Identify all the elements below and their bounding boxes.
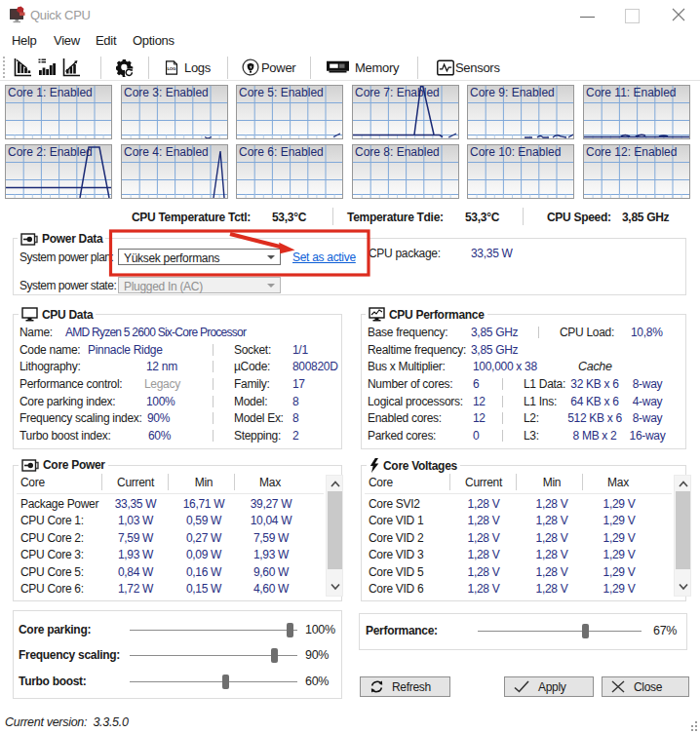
svg-text:LOG: LOG: [167, 66, 175, 71]
